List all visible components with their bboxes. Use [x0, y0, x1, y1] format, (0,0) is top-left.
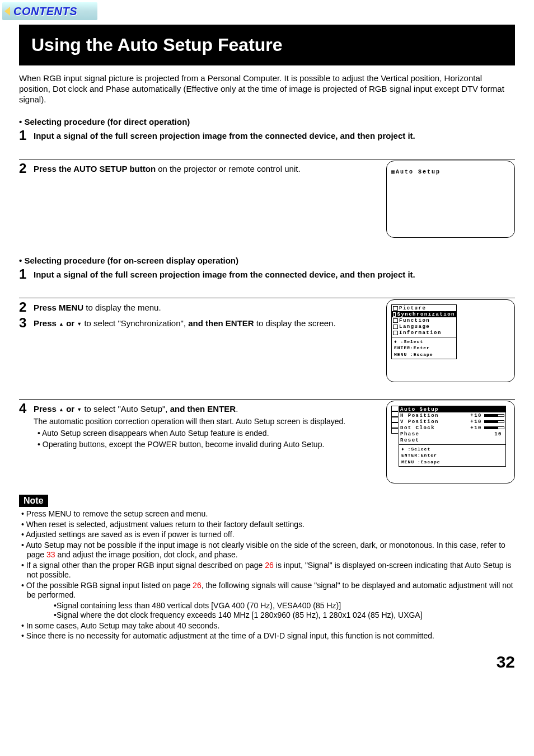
page-ref[interactable]: 26 — [265, 561, 274, 570]
osd-menu-box: Picture Synchronization Function Languag… — [386, 299, 515, 382]
intro-text: When RGB input signal picture is project… — [19, 73, 515, 105]
osd1-title: ▦Auto Setup — [391, 169, 441, 175]
step-number: 2 — [19, 300, 29, 314]
contents-label: CONTENTS — [13, 5, 77, 18]
osd-row: Reset — [399, 437, 505, 443]
step-number: 4 — [19, 402, 29, 415]
down-arrow-icon: ▼ — [77, 407, 82, 412]
osd-row: Dot Clock+10 — [399, 425, 505, 431]
step-a2: Press the AUTO SETUP button on the proje… — [34, 162, 364, 175]
osd-row: H Position+10 — [399, 412, 505, 419]
note-heading: Note — [19, 495, 48, 507]
step-number: 1 — [19, 267, 29, 281]
osd-hint: ♦ :Select ENTER:Enter MENU :Escape — [399, 445, 505, 466]
osd-menu-item-selected: Synchronization — [392, 311, 456, 317]
up-arrow-icon: ▲ — [59, 407, 64, 412]
osd-row-selected: Auto Setup — [399, 406, 505, 412]
step-b4: Press ▲ or ▼ to select "Auto Setup", and… — [34, 402, 364, 449]
page-title: Using the Auto Setup Feature — [19, 25, 515, 65]
osd-menu-item: Language — [392, 323, 456, 330]
page-number: 32 — [19, 652, 515, 672]
section-b-heading: Selecting procedure (for on-screen displ… — [19, 256, 515, 265]
step-number: 1 — [19, 129, 29, 142]
osd-row: V Position+10 — [399, 419, 505, 425]
osd-hint: ♦ :Select ENTER:Enter MENU :Escape — [392, 337, 456, 359]
step-a1: Input a signal of the full screen projec… — [34, 131, 415, 140]
section-a-heading: Selecting procedure (for direct operatio… — [19, 117, 515, 126]
step-number: 3 — [19, 316, 29, 330]
osd-tab-icons — [391, 406, 398, 467]
osd-menu-item: Information — [392, 330, 456, 336]
osd-autosetup-box: ▦Auto Setup — [386, 161, 515, 238]
up-arrow-icon: ▲ — [59, 321, 64, 327]
step-b1: Input a signal of the full screen projec… — [34, 270, 415, 279]
back-arrow-icon — [4, 7, 10, 16]
step-b3: Press ▲ or ▼ to select "Synchronization"… — [34, 316, 364, 329]
osd-row: Phase10 — [399, 431, 505, 437]
page-ref[interactable]: 33 — [46, 550, 55, 559]
step-b2: Press MENU to display the menu. — [34, 300, 364, 313]
down-arrow-icon: ▼ — [77, 321, 82, 327]
osd-menu-item: Picture — [392, 305, 456, 311]
contents-link[interactable]: CONTENTS — [2, 2, 97, 20]
page-ref[interactable]: 26 — [193, 581, 202, 590]
osd-sync-box: Auto Setup H Position+10 V Position+10 D… — [386, 401, 515, 483]
osd-main-menu: Picture Synchronization Function Languag… — [391, 304, 457, 359]
step-number: 2 — [19, 162, 29, 175]
osd-sync-menu: Auto Setup H Position+10 V Position+10 D… — [399, 406, 506, 467]
notes-list: • Press MENU to remove the setup screen … — [19, 509, 515, 641]
osd-menu-item: Function — [392, 317, 456, 323]
